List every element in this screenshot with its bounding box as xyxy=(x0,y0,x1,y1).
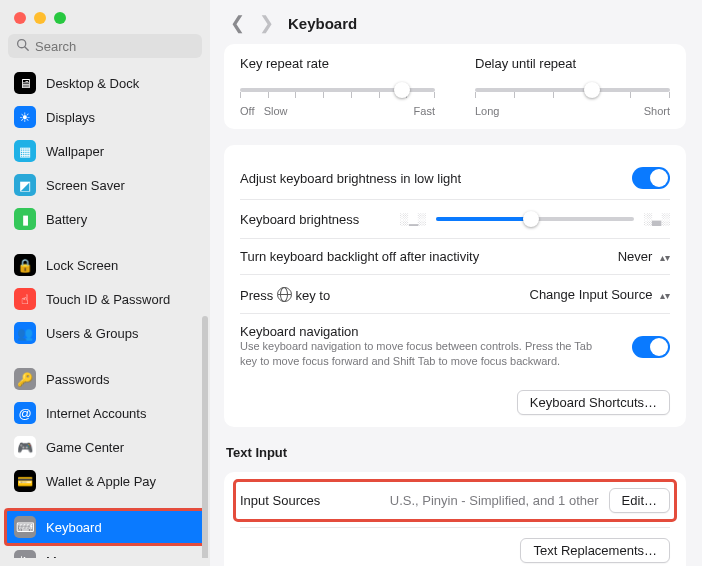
key-repeat-rate-group: Key repeat rate Off Slow Fast xyxy=(240,56,435,117)
keyboard-settings-card: Adjust keyboard brightness in low light … xyxy=(224,145,686,427)
touchid-password-icon: ☝︎ xyxy=(14,288,36,310)
search-field[interactable] xyxy=(8,34,202,58)
sidebar-item-label: Keyboard xyxy=(46,520,102,535)
rate-slow-label: Slow xyxy=(264,105,288,117)
header: ❮ ❯ Keyboard xyxy=(210,0,702,44)
input-sources-row: Input Sources U.S., Pinyin - Simplified,… xyxy=(234,480,676,521)
text-replacements-button[interactable]: Text Replacements… xyxy=(520,538,670,563)
delay-short-label: Short xyxy=(644,105,670,117)
sidebar-item-label: Battery xyxy=(46,212,87,227)
sidebar-item-mouse[interactable]: 🖱Mouse xyxy=(6,544,204,558)
keyboard-navigation-toggle[interactable] xyxy=(632,336,670,358)
lock-screen-icon: 🔒 xyxy=(14,254,36,276)
sidebar-item-internet-accounts[interactable]: @Internet Accounts xyxy=(6,396,204,430)
chevron-updown-icon: ▴▾ xyxy=(660,255,670,261)
sidebar-item-label: Users & Groups xyxy=(46,326,138,341)
rate-fast-label: Fast xyxy=(414,105,435,117)
search-icon xyxy=(16,38,29,54)
sidebar-item-label: Screen Saver xyxy=(46,178,125,193)
sidebar-item-battery[interactable]: ▮Battery xyxy=(6,202,204,236)
sidebar-item-lock-screen[interactable]: 🔒Lock Screen xyxy=(6,248,204,282)
adjust-brightness-label: Adjust keyboard brightness in low light xyxy=(240,171,461,186)
sidebar-item-wallpaper[interactable]: ▦Wallpaper xyxy=(6,134,204,168)
internet-accounts-icon: @ xyxy=(14,402,36,424)
sidebar-item-label: Displays xyxy=(46,110,95,125)
keyboard-shortcuts-button[interactable]: Keyboard Shortcuts… xyxy=(517,390,670,415)
keyboard-navigation-label: Keyboard navigation xyxy=(240,324,602,339)
forward-button[interactable]: ❯ xyxy=(259,14,274,32)
sidebar-item-label: Touch ID & Password xyxy=(46,292,170,307)
press-globe-key-label: Press key to xyxy=(240,285,330,303)
edit-input-sources-button[interactable]: Edit… xyxy=(609,488,670,513)
press-globe-key-value: Change Input Source xyxy=(530,287,653,302)
adjust-brightness-toggle[interactable] xyxy=(632,167,670,189)
brightness-high-icon: ░▃░ xyxy=(644,212,670,226)
desktop-dock-icon: 🖥 xyxy=(14,72,36,94)
back-button[interactable]: ❮ xyxy=(230,14,245,32)
sidebar-item-game-center[interactable]: 🎮Game Center xyxy=(6,430,204,464)
passwords-icon: 🔑 xyxy=(14,368,36,390)
main-panel: ❮ ❯ Keyboard Key repeat rate Off Slow xyxy=(210,0,702,566)
mouse-icon: 🖱 xyxy=(14,550,36,558)
sidebar-item-label: Desktop & Dock xyxy=(46,76,139,91)
sidebar-item-label: Wallpaper xyxy=(46,144,104,159)
sidebar-item-desktop-dock[interactable]: 🖥Desktop & Dock xyxy=(6,66,204,100)
keyboard-icon: ⌨︎ xyxy=(14,516,36,538)
input-sources-value: U.S., Pinyin - Simplified, and 1 other xyxy=(390,493,599,508)
close-window-button[interactable] xyxy=(14,12,26,24)
window-controls xyxy=(0,0,210,34)
wallpaper-icon: ▦ xyxy=(14,140,36,162)
sidebar-item-label: Lock Screen xyxy=(46,258,118,273)
users-groups-icon: 👥 xyxy=(14,322,36,344)
sidebar-item-label: Wallet & Apple Pay xyxy=(46,474,156,489)
keyboard-brightness-slider[interactable] xyxy=(436,210,634,228)
sidebar: 🖥Desktop & Dock☀︎Displays▦Wallpaper◩Scre… xyxy=(0,0,210,566)
svg-line-1 xyxy=(25,47,28,50)
sidebar-item-label: Game Center xyxy=(46,440,124,455)
sidebar-scrollbar[interactable] xyxy=(202,316,208,558)
sidebar-item-label: Internet Accounts xyxy=(46,406,146,421)
globe-icon xyxy=(277,287,292,302)
input-sources-label: Input Sources xyxy=(240,493,320,508)
wallet-apple-pay-icon: 💳 xyxy=(14,470,36,492)
delay-long-label: Long xyxy=(475,105,499,117)
backlight-off-dropdown[interactable]: Never ▴▾ xyxy=(618,249,670,264)
battery-icon: ▮ xyxy=(14,208,36,230)
sidebar-item-displays[interactable]: ☀︎Displays xyxy=(6,100,204,134)
key-repeat-rate-slider[interactable] xyxy=(240,81,435,99)
zoom-window-button[interactable] xyxy=(54,12,66,24)
game-center-icon: 🎮 xyxy=(14,436,36,458)
brightness-low-icon: ░▁░ xyxy=(400,212,426,226)
sidebar-item-label: Passwords xyxy=(46,372,110,387)
backlight-off-value: Never xyxy=(618,249,653,264)
text-input-card: Input Sources U.S., Pinyin - Simplified,… xyxy=(224,472,686,566)
delay-until-repeat-group: Delay until repeat Long Short xyxy=(475,56,670,117)
sidebar-item-users-groups[interactable]: 👥Users & Groups xyxy=(6,316,204,350)
delay-until-repeat-slider[interactable] xyxy=(475,81,670,99)
search-input[interactable] xyxy=(35,39,194,54)
sidebar-item-touchid-password[interactable]: ☝︎Touch ID & Password xyxy=(6,282,204,316)
sidebar-item-wallet-apple-pay[interactable]: 💳Wallet & Apple Pay xyxy=(6,464,204,498)
backlight-off-label: Turn keyboard backlight off after inacti… xyxy=(240,249,479,264)
sidebar-item-keyboard[interactable]: ⌨︎Keyboard xyxy=(6,510,204,544)
delay-until-repeat-label: Delay until repeat xyxy=(475,56,670,71)
rate-off-label: Off xyxy=(240,105,254,117)
minimize-window-button[interactable] xyxy=(34,12,46,24)
displays-icon: ☀︎ xyxy=(14,106,36,128)
sidebar-item-passwords[interactable]: 🔑Passwords xyxy=(6,362,204,396)
sidebar-item-screen-saver[interactable]: ◩Screen Saver xyxy=(6,168,204,202)
keyboard-brightness-label: Keyboard brightness xyxy=(240,212,390,227)
page-title: Keyboard xyxy=(288,15,357,32)
press-globe-key-dropdown[interactable]: Change Input Source ▴▾ xyxy=(530,287,671,302)
key-repeat-card: Key repeat rate Off Slow Fast xyxy=(224,44,686,129)
keyboard-navigation-desc: Use keyboard navigation to move focus be… xyxy=(240,339,602,370)
text-input-title: Text Input xyxy=(224,443,686,462)
screen-saver-icon: ◩ xyxy=(14,174,36,196)
sidebar-item-label: Mouse xyxy=(46,554,85,559)
chevron-updown-icon: ▴▾ xyxy=(660,293,670,299)
key-repeat-rate-label: Key repeat rate xyxy=(240,56,435,71)
